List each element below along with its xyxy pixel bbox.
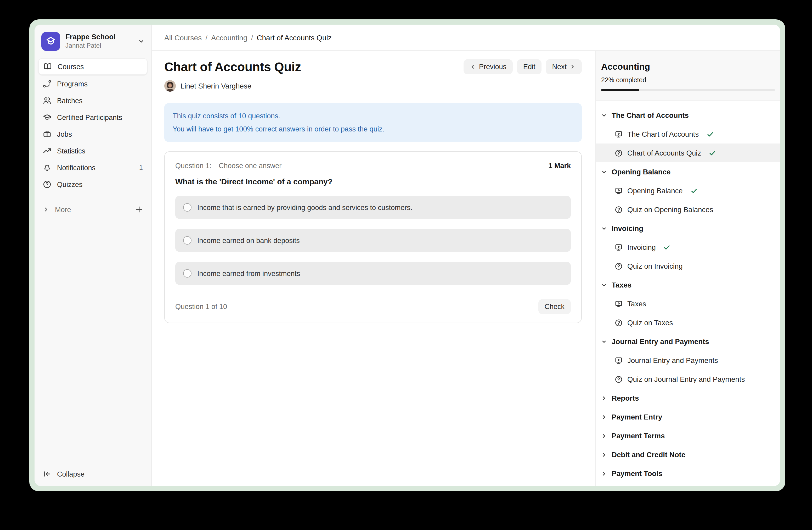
chevron-down-icon bbox=[601, 338, 607, 344]
sidebar-item-courses[interactable]: Courses bbox=[38, 58, 147, 75]
trending-up-icon bbox=[43, 147, 51, 155]
chevron-down-icon bbox=[601, 225, 607, 231]
question-instruction: Choose one answer bbox=[219, 162, 281, 170]
chevron-down-icon bbox=[601, 112, 607, 118]
video-lesson-icon bbox=[615, 187, 623, 195]
check-icon bbox=[691, 187, 697, 194]
sidebar-item-quizzes[interactable]: Quizzes bbox=[38, 177, 147, 192]
chapter-label: Debit and Credit Note bbox=[612, 451, 685, 459]
quiz-icon bbox=[615, 375, 623, 383]
outline-lesson-row[interactable]: Quiz on Invoicing bbox=[596, 256, 780, 276]
chapter-label: Reports bbox=[612, 394, 639, 402]
sidebar-item-certified-participants[interactable]: Certified Participants bbox=[38, 110, 147, 125]
help-circle-icon bbox=[43, 180, 51, 189]
sidebar-item-label: Quizzes bbox=[57, 180, 83, 188]
check-icon bbox=[707, 131, 713, 138]
graduation-cap-logo-icon bbox=[44, 35, 57, 48]
sidebar-item-programs[interactable]: Programs bbox=[38, 76, 147, 92]
sidebar-item-batches[interactable]: Batches bbox=[38, 93, 147, 108]
lesson-label: Quiz on Opening Balances bbox=[627, 206, 713, 213]
next-label: Next bbox=[552, 63, 567, 71]
plus-icon[interactable] bbox=[135, 206, 143, 213]
app-window: Frappe School Jannat Patel Courses bbox=[34, 25, 780, 486]
lesson-label: Opening Balance bbox=[627, 187, 683, 195]
lesson-label: Taxes bbox=[627, 300, 646, 308]
outline-lesson-row[interactable]: Invoicing bbox=[596, 238, 780, 256]
outline-chapter-row[interactable]: Payment Entry bbox=[596, 407, 780, 426]
author-avatar bbox=[164, 80, 176, 92]
chapter-label: Payment Entry bbox=[612, 413, 662, 421]
radio-button[interactable] bbox=[183, 203, 191, 212]
sidebar-item-jobs[interactable]: Jobs bbox=[38, 126, 147, 142]
next-button[interactable]: Next bbox=[546, 59, 582, 74]
answer-option-3[interactable]: Income earned from investments bbox=[175, 262, 571, 285]
user-name: Jannat Patel bbox=[66, 42, 116, 50]
screen: Frappe School Jannat Patel Courses bbox=[0, 0, 812, 530]
sidebar-item-label: Certified Participants bbox=[57, 113, 122, 121]
route-icon bbox=[43, 80, 51, 88]
sidebar-item-notifications[interactable]: Notifications 1 bbox=[38, 160, 147, 176]
answer-option-1[interactable]: Income that is earned by providing goods… bbox=[175, 196, 571, 219]
quiz-icon bbox=[615, 149, 623, 157]
outline-chapter-row[interactable]: Reports bbox=[596, 389, 780, 407]
breadcrumb-all-courses[interactable]: All Courses bbox=[164, 33, 202, 42]
previous-button[interactable]: Previous bbox=[464, 59, 513, 74]
outline-chapter-row[interactable]: Payment Terms bbox=[596, 426, 780, 445]
sidebar-item-statistics[interactable]: Statistics bbox=[38, 143, 147, 159]
outline-lesson-row[interactable]: Quiz on Opening Balances bbox=[596, 200, 780, 219]
check-button[interactable]: Check bbox=[538, 299, 571, 314]
page-title: Chart of Accounts Quiz bbox=[164, 59, 301, 74]
progress-fill bbox=[601, 89, 639, 91]
briefcase-icon bbox=[43, 130, 51, 138]
lesson-label: Invoicing bbox=[627, 243, 656, 251]
breadcrumb-accounting[interactable]: Accounting bbox=[211, 33, 247, 42]
outline-lesson-row[interactable]: Chart of Accounts Quiz bbox=[596, 143, 780, 162]
chevron-right-icon bbox=[601, 395, 607, 401]
breadcrumb-separator: / bbox=[251, 33, 253, 42]
outline-lesson-row[interactable]: Journal Entry and Payments bbox=[596, 351, 780, 370]
collapse-sidebar-button[interactable]: Collapse bbox=[38, 466, 147, 482]
outline-chapter-row[interactable]: Taxes bbox=[596, 276, 780, 294]
check-label: Check bbox=[545, 303, 565, 310]
outline-lesson-row[interactable]: Opening Balance bbox=[596, 181, 780, 200]
edit-button[interactable]: Edit bbox=[517, 59, 542, 74]
radio-button[interactable] bbox=[183, 269, 191, 278]
outline-chapter-row[interactable]: Payment Tools bbox=[596, 464, 780, 483]
workspace-switcher[interactable]: Frappe School Jannat Patel bbox=[38, 31, 147, 58]
sidebar-item-label: Programs bbox=[57, 80, 88, 88]
radio-button[interactable] bbox=[183, 236, 191, 245]
sidebar-item-label: Batches bbox=[57, 97, 83, 104]
answer-option-2[interactable]: Income earned on bank deposits bbox=[175, 229, 571, 252]
course-title: Accounting bbox=[601, 62, 775, 72]
outline-chapter-row[interactable]: The Chart of Accounts bbox=[596, 106, 780, 125]
outline-chapter-row[interactable]: Journal Entry and Payments bbox=[596, 332, 780, 351]
users-icon bbox=[43, 96, 51, 105]
video-lesson-icon bbox=[615, 357, 623, 364]
book-open-icon bbox=[43, 62, 52, 71]
video-lesson-icon bbox=[615, 243, 623, 251]
outline-chapter-row[interactable]: Debit and Credit Note bbox=[596, 445, 780, 464]
outline-lesson-row[interactable]: Quiz on Taxes bbox=[596, 313, 780, 332]
sidebar-more[interactable]: More bbox=[38, 201, 147, 217]
avatar-photo bbox=[164, 80, 176, 92]
answer-option-label: Income earned on bank deposits bbox=[197, 236, 300, 244]
outline-chapter-row[interactable]: Invoicing bbox=[596, 219, 780, 238]
video-lesson-icon bbox=[615, 130, 623, 138]
sidebar-spacer bbox=[38, 217, 147, 466]
question-number-label: Question 1: bbox=[175, 162, 212, 170]
course-progress-bar bbox=[601, 89, 775, 91]
left-sidebar: Frappe School Jannat Patel Courses bbox=[34, 25, 152, 486]
outline-lesson-row[interactable]: Taxes bbox=[596, 294, 780, 313]
outline-lesson-row[interactable]: The Chart of Accounts bbox=[596, 125, 780, 143]
chevron-down-icon[interactable] bbox=[138, 38, 144, 44]
chevron-right-icon bbox=[43, 206, 49, 213]
outline-lesson-row[interactable]: Quiz on Journal Entry and Payments bbox=[596, 370, 780, 389]
chapter-label: Payment Terms bbox=[612, 432, 665, 440]
notice-line-1: This quiz consists of 10 questions. bbox=[173, 110, 574, 123]
lesson-label: Journal Entry and Payments bbox=[627, 357, 718, 364]
course-progress-text: 22% completed bbox=[601, 76, 775, 84]
outline-chapter-row[interactable]: Opening Balance bbox=[596, 162, 780, 181]
title-actions: Previous Edit Next bbox=[464, 59, 582, 74]
graduation-cap-icon bbox=[43, 113, 51, 122]
more-label: More bbox=[55, 206, 71, 213]
